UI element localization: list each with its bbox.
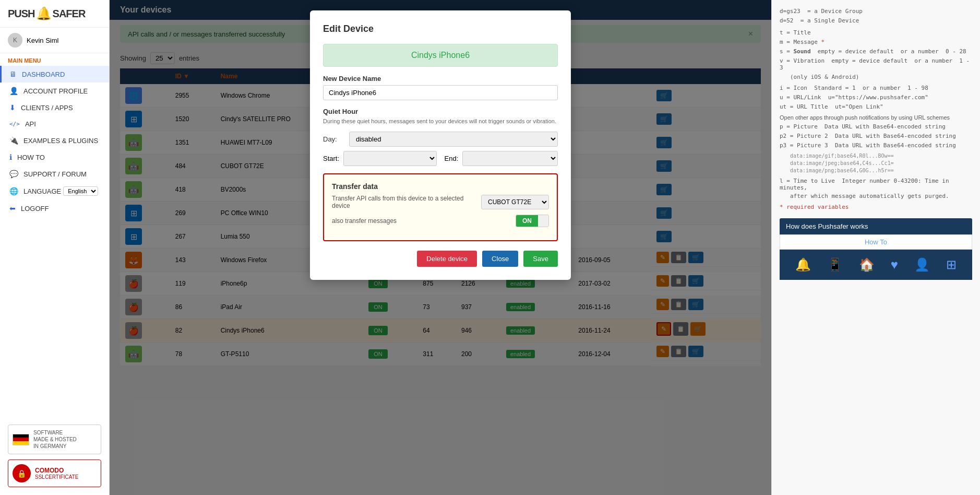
sidebar-item-label: CLIENTS / APPS [21, 104, 73, 112]
sidebar-item-language[interactable]: 🌐 LANGUAGE English [0, 182, 109, 200]
sidebar-item-label: HOW TO [17, 154, 45, 161]
transfer-device-select[interactable]: CUBOT GT72E iPhone6p iPad Air [481, 195, 549, 209]
toggle-on-label: ON [516, 215, 538, 227]
sidebar-item-dashboard[interactable]: 🖥 DASHBOARD [0, 66, 109, 82]
code-line: m = Message * [780, 39, 972, 45]
code-line: s = Sound empty = device default or a nu… [780, 48, 972, 55]
start-select[interactable] [343, 151, 436, 166]
code-line: (only iOS & Android) [780, 74, 972, 80]
viz-icon-grid: ⊞ [946, 257, 957, 272]
device-name-banner: Cindys iPhone6 [323, 44, 558, 67]
sidebar-item-account[interactable]: 👤 ACCOUNT PROFILE [0, 82, 109, 99]
new-device-name-input[interactable] [323, 85, 558, 100]
viz-icon-bell: 🔔 [795, 257, 811, 272]
modal-footer: Delete device Close Save [323, 251, 558, 267]
toggle-off-label [538, 215, 548, 227]
language-icon: 🌐 [9, 187, 18, 195]
logoff-icon: ⬅ [9, 204, 16, 213]
menu-label: Main Menu [0, 53, 109, 66]
end-label: End: [445, 155, 459, 162]
examples-icon: 🔌 [9, 136, 18, 145]
new-device-name-label: New Device Name [323, 75, 558, 82]
comodo-icon: 🔒 [13, 464, 31, 482]
transfer-messages-label: also transfer messages [332, 217, 516, 225]
transfer-box: Transfer data Transfer API calls from th… [323, 173, 558, 241]
day-select[interactable]: disabled Monday Tuesday everyday [349, 132, 558, 147]
quiet-hour-times: Start: End: [323, 151, 558, 166]
how-to-box: How does Pushsafer works [780, 218, 972, 234]
sidebar-item-api[interactable]: </> API [0, 116, 109, 132]
code-line: l = Time to Live Integer number 0-43200:… [780, 178, 972, 191]
code-line: p = Picture Data URL with Base64-encoded… [780, 123, 972, 130]
main-content: Your devices API calls and / or messages… [110, 0, 771, 495]
save-button[interactable]: Save [523, 251, 558, 267]
sound-label: Sound [794, 48, 811, 55]
comodo-title: COMODO [35, 467, 79, 474]
comodo-badge: 🔒 COMODO SSLCERTIFICATE [8, 459, 101, 487]
sidebar-item-label: LOGOFF [21, 205, 49, 213]
how-to-link[interactable]: How To [780, 234, 972, 250]
code-line: data:image/jpeg;base64,C4s...Cc1= [780, 160, 972, 166]
sidebar-item-label: EXAMPLES & PLUGINS [23, 137, 98, 145]
support-icon: 💬 [9, 170, 18, 178]
germany-badge-text: SOFTWAREMADE & HOSTEDIN GERMANY [33, 429, 77, 450]
transfer-title: Transfer data [332, 182, 549, 191]
code-line: i = Icon Standard = 1 or a number 1 - 98 [780, 85, 972, 91]
dashboard-icon: 🖥 [9, 70, 17, 78]
user-row: K Kevin Siml [0, 28, 109, 53]
right-panel: d=gs23 = a Device Group d=52 = a Single … [771, 0, 980, 495]
code-line: p3 = Picture 3 Data URL with Base64-enco… [780, 142, 972, 149]
viz-icon-phone: 📱 [827, 257, 843, 272]
code-line: data:image/png;base64,G0G...h5r== [780, 168, 972, 173]
start-label: Start: [323, 155, 339, 162]
how-to-title: How does Pushsafer works [786, 222, 868, 230]
sidebar-item-label: LANGUAGE [23, 187, 61, 195]
edit-device-modal: Edit Device Cindys iPhone6 New Device Na… [310, 10, 571, 280]
quiet-hour-desc: During these quiet hours, messages sent … [323, 118, 558, 124]
sidebar-item-label: ACCOUNT PROFILE [23, 87, 88, 95]
code-line: p2 = Picture 2 Data URL with Base64-enco… [780, 133, 972, 139]
sidebar-item-howto[interactable]: ℹ HOW TO [0, 149, 109, 166]
end-row: End: [445, 151, 558, 166]
day-row: Day: disabled Monday Tuesday everyday [323, 132, 558, 147]
how-to-link-text: How To [865, 238, 887, 246]
code-line: * required variables [780, 204, 972, 210]
viz-icon-heart: ♥ [891, 257, 898, 272]
push-text: PUSH [8, 8, 35, 20]
code-line: u = URL/Link u="https://www.pushsafer.co… [780, 94, 972, 101]
delete-device-button[interactable]: Delete device [417, 251, 477, 267]
bell-icon: 🔔 [36, 6, 52, 21]
sidebar: PUSH 🔔 SAFER K Kevin Siml Main Menu 🖥 DA… [0, 0, 110, 495]
transfer-toggle[interactable]: ON [516, 215, 549, 227]
transfer-desc-text: Transfer API calls from this device to a… [332, 195, 481, 209]
safer-text: SAFER [53, 8, 86, 20]
logo-area: PUSH 🔔 SAFER [0, 0, 109, 28]
sidebar-item-logoff[interactable]: ⬅ LOGOFF [0, 200, 109, 217]
sidebar-item-label: SUPPORT / FORUM [23, 170, 87, 178]
close-button[interactable]: Close [482, 251, 518, 267]
code-line: d=52 = a Single Device [780, 17, 972, 24]
viz-icon-house: 🏠 [859, 257, 875, 272]
sidebar-item-label: DASHBOARD [22, 70, 65, 78]
account-icon: 👤 [9, 87, 18, 95]
new-device-name-group: New Device Name [323, 75, 558, 100]
start-row: Start: [323, 151, 437, 166]
end-select[interactable] [462, 151, 558, 166]
sidebar-item-support[interactable]: 💬 SUPPORT / FORUM [0, 166, 109, 182]
code-line: after which message automatically gets p… [780, 193, 972, 199]
language-select[interactable]: English [63, 186, 98, 196]
avatar: K [8, 33, 22, 48]
code-line: t = Title [780, 29, 972, 36]
germany-badge: SOFTWAREMADE & HOSTEDIN GERMANY [8, 425, 101, 454]
quiet-hour-group: Quiet Hour During these quiet hours, mes… [323, 108, 558, 124]
code-line: Open other apps through push notificatio… [780, 114, 972, 121]
how-to-viz: 🔔 📱 🏠 ♥ 👤 ⊞ [780, 250, 972, 280]
code-line: ut = URL Title ut="Open Link" [780, 103, 972, 110]
sidebar-item-examples[interactable]: 🔌 EXAMPLES & PLUGINS [0, 132, 109, 149]
code-line: d=gs23 = a Device Group [780, 8, 972, 15]
transfer-messages-row: also transfer messages ON [332, 215, 549, 227]
modal-overlay: Edit Device Cindys iPhone6 New Device Na… [110, 0, 771, 495]
day-label: Day: [323, 135, 344, 143]
sidebar-item-clients[interactable]: ⬇ CLIENTS / APPS [0, 99, 109, 116]
user-name: Kevin Siml [27, 37, 58, 44]
